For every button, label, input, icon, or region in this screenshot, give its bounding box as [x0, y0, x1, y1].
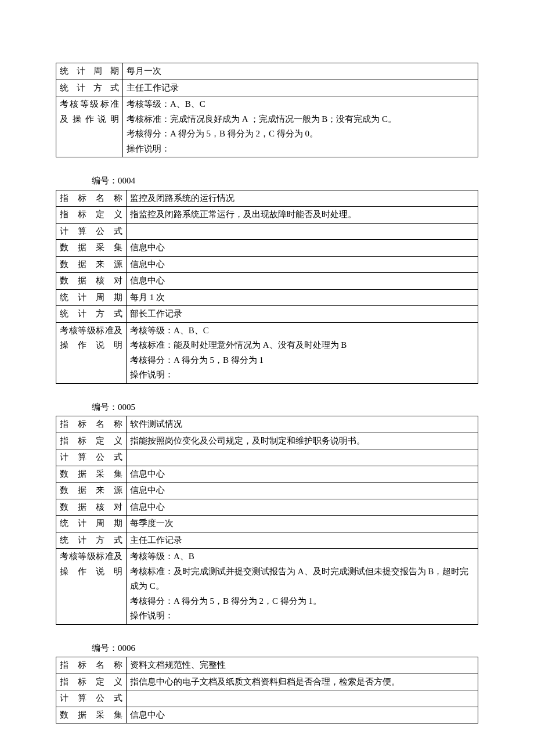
grade-line3: 考核得分：A 得分为 5，B 得分为 1	[130, 355, 264, 365]
grade-value: 考核等级：A、B、C 考核标准：完成情况良好成为 A ；完成情况一般为 B；没有…	[123, 96, 478, 157]
stat-method-label: 统计方式	[56, 532, 127, 549]
source-label: 数据来源	[56, 483, 127, 499]
grade-line3: 考核得分：A 得分为 5，B 得分为 2，C 得分为 1。	[130, 596, 322, 606]
code-0004: 编号：0004	[92, 174, 478, 189]
def-label: 指标定义	[56, 433, 127, 449]
collect-label: 数据采集	[56, 240, 127, 257]
def-label: 指标定义	[56, 207, 127, 224]
name-value: 监控及闭路系统的运行情况	[127, 190, 478, 207]
stat-period-label: 统计周期	[56, 289, 127, 306]
grade-label: 考核等级标准及操作说明	[56, 96, 123, 157]
formula-label: 计算公式	[56, 449, 127, 466]
formula-value	[127, 223, 478, 240]
verify-label: 数据核对	[56, 499, 127, 516]
indicator-table-0004: 指标名称监控及闭路系统的运行情况 指标定义指监控及闭路系统正常运行，及出现故障时…	[56, 190, 478, 384]
name-label: 指标名称	[56, 190, 127, 207]
formula-value	[127, 449, 478, 466]
formula-label: 计算公式	[56, 690, 127, 707]
verify-value: 信息中心	[127, 273, 478, 290]
collect-value: 信息中心	[127, 707, 478, 723]
indicator-table-prev: 统计周期 每月一次 统计方式 主任工作记录 考核等级标准及操作说明 考核等级：A…	[56, 63, 478, 157]
code-0006: 编号：0006	[92, 641, 478, 656]
stat-method-label: 统计方式	[56, 80, 123, 96]
name-label: 指标名称	[56, 657, 127, 674]
stat-period-value: 每季度一次	[127, 516, 478, 532]
stat-method-value: 主任工作记录	[123, 80, 478, 96]
def-value: 指监控及闭路系统正常运行，及出现故障时能否及时处理。	[127, 207, 478, 224]
grade-line2: 考核标准：完成情况良好成为 A ；完成情况一般为 B；没有完成为 C。	[127, 114, 396, 124]
def-label: 指标定义	[56, 674, 127, 690]
name-value: 资料文档规范性、完整性	[127, 657, 478, 674]
verify-label: 数据核对	[56, 273, 127, 290]
stat-period-label: 统计周期	[56, 516, 127, 532]
collect-label: 数据采集	[56, 707, 127, 723]
grade-line1: 考核等级：A、B、C	[130, 326, 209, 335]
stat-period-value: 每月 1 次	[127, 289, 478, 306]
collect-label: 数据采集	[56, 466, 127, 483]
name-value: 软件测试情况	[127, 416, 478, 433]
def-value: 指能按照岗位变化及公司规定，及时制定和维护职务说明书。	[127, 433, 478, 449]
stat-method-value: 主任工作记录	[127, 532, 478, 549]
source-label: 数据来源	[56, 256, 127, 273]
grade-value: 考核等级：A、B 考核标准：及时完成测试并提交测试报告为 A、及时完成测试但未提…	[127, 549, 478, 625]
stat-method-label: 统计方式	[56, 306, 127, 323]
stat-period-label: 统计周期	[56, 63, 123, 80]
grade-line1: 考核等级：A、B、C	[127, 99, 205, 109]
indicator-table-0006: 指标名称资料文档规范性、完整性 指标定义指信息中心的电子文档及纸质文档资料归档是…	[56, 657, 478, 723]
collect-value: 信息中心	[127, 240, 478, 257]
stat-method-value: 部长工作记录	[127, 306, 478, 323]
code-0005: 编号：0005	[92, 400, 478, 415]
formula-label: 计算公式	[56, 223, 127, 240]
name-label: 指标名称	[56, 416, 127, 433]
collect-value: 信息中心	[127, 466, 478, 483]
indicator-table-0005: 指标名称软件测试情况 指标定义指能按照岗位变化及公司规定，及时制定和维护职务说明…	[56, 416, 478, 625]
grade-line4: 操作说明：	[130, 611, 174, 620]
grade-label: 考核等级标准及操作说明	[56, 549, 127, 625]
source-value: 信息中心	[127, 483, 478, 499]
stat-period-value: 每月一次	[123, 63, 478, 80]
grade-value: 考核等级：A、B、C 考核标准：能及时处理意外情况为 A、没有及时处理为 B 考…	[127, 322, 478, 383]
grade-line3: 考核得分：A 得分为 5，B 得分为 2，C 得分为 0。	[127, 129, 318, 138]
verify-value: 信息中心	[127, 499, 478, 516]
grade-line1: 考核等级：A、B	[130, 552, 194, 561]
formula-value	[127, 690, 478, 707]
grade-line4: 操作说明：	[130, 370, 174, 379]
def-value: 指信息中心的电子文档及纸质文档资料归档是否合理，检索是否方便。	[127, 674, 478, 690]
grade-line2: 考核标准：能及时处理意外情况为 A、没有及时处理为 B	[130, 340, 347, 350]
source-value: 信息中心	[127, 256, 478, 273]
grade-label: 考核等级标准及操作说明	[56, 322, 127, 383]
grade-line2: 考核标准：及时完成测试并提交测试报告为 A、及时完成测试但未提交报告为 B，超时…	[130, 567, 468, 591]
grade-line4: 操作说明：	[127, 144, 170, 153]
